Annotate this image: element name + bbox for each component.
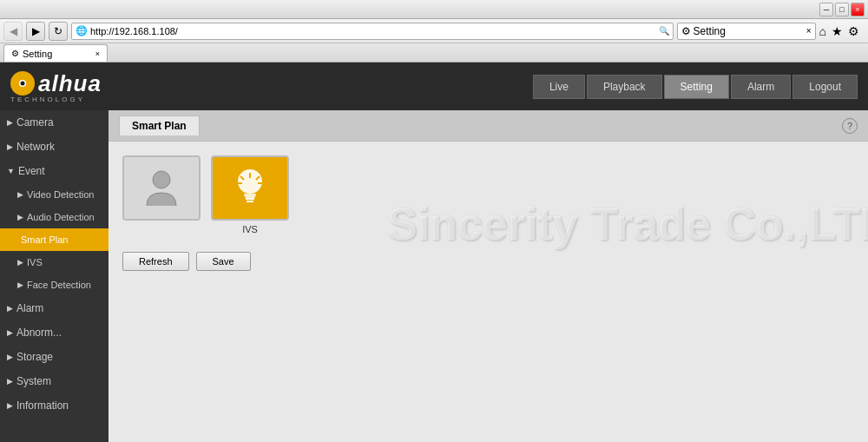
submenu-arrow: ▶ (17, 190, 23, 199)
app-container: alhua TECHNOLOGY Live Playback Setting A… (0, 63, 868, 442)
page-header: Smart Plan ? (108, 110, 868, 142)
sidebar-label-alarm: Alarm (16, 302, 43, 314)
ivs-icon-label: IVS (211, 224, 289, 234)
nav-tab-setting[interactable]: Setting (664, 75, 729, 99)
submenu-arrow5: ▶ (17, 280, 23, 289)
browser-titlebar: ─ □ × (0, 0, 868, 19)
plan-icons-row: IVS (122, 155, 854, 234)
sidebar-label-network: Network (16, 141, 55, 153)
tab-close-button[interactable]: × (95, 49, 100, 58)
sidebar-label-ivs: IVS (27, 257, 43, 267)
sidebar-item-system[interactable]: ▶ System (0, 369, 108, 393)
chevron-right-icon: ▶ (7, 118, 13, 127)
page-title-tab: Smart Plan (119, 115, 200, 135)
event-submenu: ▶ Video Detection ▶ Audio Detection Smar… (0, 183, 108, 296)
save-button[interactable]: Save (196, 252, 251, 271)
chevron-right-icon7: ▶ (7, 401, 13, 410)
browser-toolbar: ◀ ▶ ↻ 🌐 🔍 ⚙ Setting × ⌂ ★ ⚙ (0, 19, 868, 43)
submenu-arrow4: ▶ (17, 258, 23, 267)
smart-plan-content: IVS Refresh Save (108, 142, 868, 285)
sidebar-label-audio-detection: Audio Detection (27, 212, 95, 222)
sidebar-item-camera[interactable]: ▶ Camera (0, 110, 108, 135)
close-button[interactable]: × (851, 3, 865, 16)
sidebar-label-camera: Camera (16, 116, 54, 129)
page-content: Smart Plan ? (108, 110, 868, 442)
search-icon: 🔍 (659, 26, 669, 36)
logo-area: alhua TECHNOLOGY (10, 70, 102, 103)
help-button[interactable]: ? (842, 118, 858, 134)
chevron-right-icon5: ▶ (7, 353, 13, 361)
sidebar-item-information[interactable]: ▶ Information (0, 393, 108, 418)
header-nav: Live Playback Setting Alarm Logout (533, 75, 858, 99)
search-bar[interactable]: ⚙ Setting × (677, 23, 816, 40)
chevron-right-icon6: ▶ (7, 377, 13, 386)
main-content: ▶ Camera ▶ Network ▼ Event ▶ Video Detec… (0, 110, 868, 442)
sidebar-item-network[interactable]: ▶ Network (0, 135, 108, 159)
sidebar-label-video-detection: Video Detection (27, 189, 94, 200)
sidebar-item-smart-plan[interactable]: Smart Plan (0, 228, 108, 251)
forward-button[interactable]: ▶ (26, 22, 45, 41)
page-title: Smart Plan (132, 120, 187, 132)
maximize-button[interactable]: □ (835, 3, 849, 16)
sidebar-label-smart-plan: Smart Plan (21, 234, 68, 245)
submenu-arrow2: ▶ (17, 213, 23, 221)
chevron-right-icon4: ▶ (7, 328, 13, 337)
address-bar[interactable]: 🌐 🔍 (71, 23, 674, 40)
refresh-button[interactable]: Refresh (122, 252, 189, 271)
plan-icon-ivs[interactable]: IVS (211, 155, 289, 234)
sidebar-item-video-detection[interactable]: ▶ Video Detection (0, 183, 108, 206)
tab-icon: ⚙ (11, 49, 19, 58)
chevron-right-icon2: ▶ (7, 142, 13, 151)
bulb-icon (228, 164, 272, 212)
home-icon[interactable]: ⌂ (819, 24, 826, 38)
ivs-icon-box (211, 155, 289, 221)
refresh-browser-button[interactable]: ↻ (49, 22, 68, 41)
app-header: alhua TECHNOLOGY Live Playback Setting A… (0, 63, 868, 110)
nav-tab-logout[interactable]: Logout (792, 75, 858, 99)
tab-label: Setting (23, 49, 52, 59)
chevron-right-icon3: ▶ (7, 304, 13, 313)
sidebar-item-alarm[interactable]: ▶ Alarm (0, 296, 108, 320)
tab-bar: ⚙ Setting × (0, 43, 868, 63)
sidebar: ▶ Camera ▶ Network ▼ Event ▶ Video Detec… (0, 110, 108, 442)
sidebar-item-face-detection[interactable]: ▶ Face Detection (0, 274, 108, 296)
nav-tab-playback[interactable]: Playback (587, 75, 662, 99)
sidebar-item-ivs[interactable]: ▶ IVS (0, 251, 108, 274)
chevron-down-icon: ▼ (7, 167, 15, 175)
window-controls: ─ □ × (819, 3, 865, 16)
sidebar-label-information: Information (16, 399, 69, 412)
nav-tab-live[interactable]: Live (533, 75, 585, 99)
plan-icon-face[interactable] (122, 155, 201, 234)
back-button[interactable]: ◀ (3, 22, 23, 41)
sidebar-label-system: System (16, 375, 51, 387)
browser-tab[interactable]: ⚙ Setting × (3, 44, 108, 62)
search-tab-title: Setting (694, 25, 726, 37)
sidebar-label-event: Event (18, 165, 45, 177)
sidebar-item-event[interactable]: ▼ Event (0, 159, 108, 183)
logo-icon (10, 71, 35, 96)
sidebar-label-abnorm: Abnorm... (16, 327, 62, 339)
minimize-button[interactable]: ─ (819, 3, 833, 16)
globe-icon: 🌐 (76, 25, 88, 36)
bookmark-icon[interactable]: ★ (832, 24, 843, 38)
svg-point-2 (21, 82, 25, 86)
logo-subtitle: TECHNOLOGY (10, 96, 102, 103)
plan-buttons: Refresh Save (122, 252, 854, 271)
page-body: IVS Refresh Save Sincerity Trade Co.,LTD (108, 142, 868, 285)
svg-point-3 (153, 171, 170, 188)
settings-icon: ⚙ (681, 25, 691, 37)
sidebar-item-audio-detection[interactable]: ▶ Audio Detection (0, 206, 108, 228)
nav-tab-alarm[interactable]: Alarm (731, 75, 791, 99)
sidebar-label-storage: Storage (16, 351, 53, 363)
url-input[interactable] (90, 26, 656, 36)
tab-close-icon[interactable]: × (806, 26, 812, 36)
logo: alhua (10, 70, 102, 97)
sidebar-item-storage[interactable]: ▶ Storage (0, 345, 108, 369)
face-icon-box (122, 155, 201, 221)
sidebar-label-face-detection: Face Detection (27, 280, 91, 290)
browser-icons: ⌂ ★ ⚙ (819, 24, 865, 38)
settings-icon2[interactable]: ⚙ (848, 24, 859, 38)
person-icon (140, 167, 183, 210)
logo-text: alhua (38, 70, 102, 97)
sidebar-item-abnorm[interactable]: ▶ Abnorm... (0, 320, 108, 345)
